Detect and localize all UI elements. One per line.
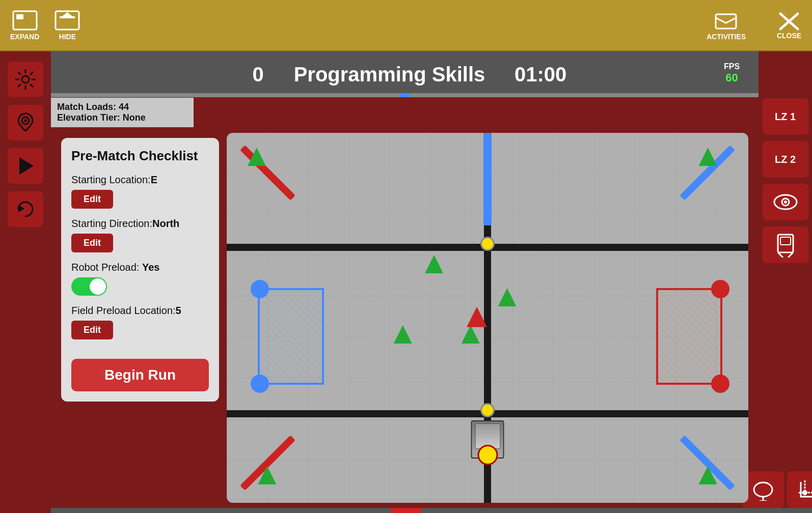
fps-label: FPS [712,62,752,71]
play-icon [14,155,37,177]
main-area: 0 Programming Skills 01:00 Match Loads: … [0,51,812,513]
settings-button[interactable] [8,62,43,97]
match-loads-stat: Match Loads: 44 [57,102,187,112]
score-points: 0 [243,63,274,86]
toggle-thumb [90,278,106,295]
svg-rect-5 [716,14,736,28]
play-button[interactable] [8,148,43,184]
svg-rect-0 [13,11,37,30]
crop-icon [797,478,813,501]
svg-line-16 [18,84,21,87]
checklist-title: Pre-Match Checklist [71,148,209,164]
expand-button[interactable]: EXPAND [10,10,39,41]
fps-value: 60 [712,71,752,84]
svg-marker-19 [19,157,34,175]
svg-point-18 [24,119,27,122]
svg-line-13 [18,72,21,75]
crop-tool-button[interactable] [787,471,813,508]
expand-icon [12,10,38,31]
reset-button[interactable] [8,191,43,227]
svg-line-15 [30,72,33,75]
fps-display: FPS 60 [709,59,755,92]
svg-rect-3 [60,16,75,18]
hide-icon [55,10,80,31]
bottom-indicator [391,508,421,513]
robot-view-button[interactable] [763,226,808,263]
starting-location-row: Starting Location:E Edit [71,174,209,209]
begin-run-button[interactable]: Begin Run [71,359,209,391]
svg-line-14 [30,84,33,87]
svg-rect-25 [780,237,791,245]
reset-icon [14,198,37,220]
score-time: 01:00 [505,63,566,86]
lz1-button[interactable]: LZ 1 [763,98,808,135]
score-bar: 0 Programming Skills 01:00 [51,51,759,97]
game-field: ↑ [227,133,748,503]
starting-direction-label: Starting Direction:North [71,218,209,230]
field-preload-row: Field Preload Location:5 Edit [71,305,209,339]
starting-direction-row: Starting Direction:North Edit [71,218,209,252]
field-preload-label: Field Preload Location:5 [71,305,209,317]
robot-preload-row: Robot Preload: Yes [71,262,209,296]
field-preload-edit-button[interactable]: Edit [71,321,113,339]
eye-icon [773,193,798,211]
elevation-tier-stat: Elevation Tier: None [57,112,187,123]
center-area: 0 Programming Skills 01:00 Match Loads: … [51,51,759,513]
location-button[interactable] [8,105,43,140]
lz2-button[interactable]: LZ 2 [763,141,808,178]
activities-icon [713,10,739,31]
robot-icon [773,232,798,258]
location-icon [14,111,37,134]
left-sidebar [0,51,51,513]
view-button[interactable] [763,184,808,220]
robot-preload-toggle[interactable] [71,277,107,296]
stats-bar: Match Loads: 44 Elevation Tier: None [51,98,194,127]
svg-rect-1 [16,14,23,19]
close-icon [776,11,802,32]
svg-point-31 [802,490,807,495]
svg-point-8 [22,76,29,83]
toolbar: EXPAND HIDE ACTIVITIES CLOSE [0,0,812,51]
robot-preload-label: Robot Preload: Yes [71,262,209,273]
starting-location-edit-button[interactable]: Edit [71,190,113,209]
hide-button[interactable]: HIDE [55,10,80,41]
starting-direction-edit-button[interactable]: Edit [71,234,113,252]
game-container: Pre-Match Checklist Starting Location:E … [51,123,759,513]
right-sidebar: FPS 60 LZ 1 LZ 2 [759,51,812,513]
checklist-panel: Pre-Match Checklist Starting Location:E … [61,138,219,402]
activities-button[interactable]: ACTIVITIES [707,10,746,41]
close-button[interactable]: CLOSE [776,11,802,40]
score-title: Programming Skills [294,63,485,86]
svg-marker-20 [18,205,24,212]
gear-icon [14,68,37,91]
svg-point-23 [784,201,787,204]
bottom-bar [0,508,812,513]
svg-marker-4 [62,12,72,16]
starting-location-label: Starting Location:E [71,174,209,186]
